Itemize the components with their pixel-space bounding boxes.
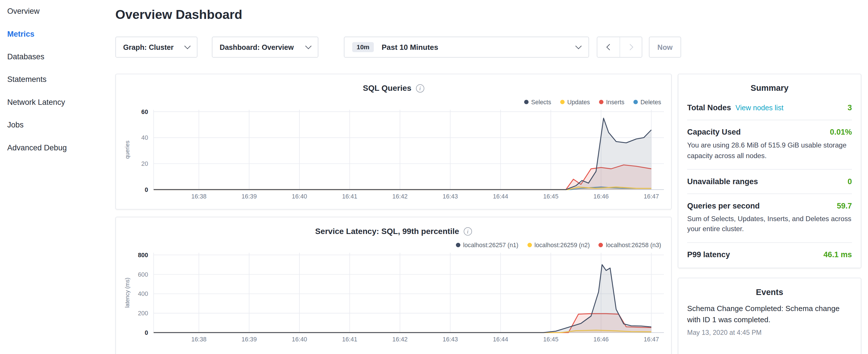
y-axis-label: latency (ms) — [124, 278, 130, 308]
y-axis-tick: 200 — [138, 310, 148, 317]
summary-card: Summary Total Nodes View nodes list 3 Ca… — [678, 74, 861, 268]
total-nodes-label: Total Nodes — [687, 103, 731, 112]
sidebar: Overview Metrics Databases Statements Ne… — [0, 0, 105, 354]
total-nodes-value: 3 — [848, 103, 852, 112]
y-axis-tick: 400 — [138, 290, 148, 297]
time-range-selector[interactable]: 10m Past 10 Minutes — [344, 37, 589, 58]
chart-legend: SelectsUpdatesInsertsDeletes — [524, 99, 661, 105]
controls-bar: Graph: Cluster Dashboard: Overview 10m P… — [116, 37, 681, 58]
legend-item[interactable]: Deletes — [633, 99, 661, 105]
now-button[interactable]: Now — [649, 37, 681, 58]
chart-title-row: SQL Queries i — [116, 84, 671, 93]
chevron-right-icon — [627, 44, 633, 51]
unavailable-ranges-value: 0 — [848, 176, 852, 185]
x-axis-tick: 16:43 — [443, 193, 458, 200]
chart-title-row: Service Latency: SQL, 99th percentile i — [116, 227, 671, 236]
x-axis-tick: 16:46 — [593, 193, 609, 200]
sidebar-item-metrics[interactable]: Metrics — [0, 23, 105, 45]
chevron-left-icon — [606, 44, 612, 51]
next-range-button[interactable] — [620, 37, 642, 57]
x-axis-tick: 16:47 — [644, 336, 659, 343]
sidebar-item-overview[interactable]: Overview — [0, 0, 105, 23]
chart-card-service-latency: Service Latency: SQL, 99th percentile i … — [116, 217, 672, 354]
x-axis-tick: 16:42 — [392, 336, 407, 343]
info-icon[interactable]: i — [464, 227, 472, 235]
y-axis-tick: 0 — [145, 187, 148, 193]
y-axis-tick: 20 — [141, 160, 148, 167]
sidebar-item-databases[interactable]: Databases — [0, 45, 105, 68]
legend-item[interactable]: Updates — [560, 99, 590, 105]
chart-title: SQL Queries — [363, 84, 411, 93]
dashboard-dropdown[interactable]: Dashboard: Overview — [212, 37, 318, 58]
unavailable-ranges-label: Unavailable ranges — [687, 176, 758, 185]
chevron-down-icon — [305, 43, 311, 49]
chevron-down-icon — [184, 43, 191, 49]
event-time: May 13, 2020 at 4:45 PM — [687, 328, 852, 336]
x-axis-tick: 16:40 — [292, 336, 307, 343]
y-axis-tick: 0 — [145, 329, 148, 336]
x-axis-tick: 16:40 — [292, 193, 307, 200]
legend-dot-icon — [524, 100, 528, 104]
series-area — [154, 118, 651, 190]
graph-dropdown[interactable]: Graph: Cluster — [116, 37, 197, 58]
dashboard-dropdown-label: Dashboard: Overview — [219, 43, 294, 51]
x-axis-tick: 16:38 — [191, 336, 206, 343]
x-axis-tick: 16:41 — [342, 336, 358, 343]
legend-dot-icon — [456, 243, 460, 247]
legend-item[interactable]: localhost:26259 (n2) — [527, 242, 590, 248]
series-line — [154, 118, 651, 190]
y-axis-tick: 60 — [141, 108, 148, 116]
service-latency-chart[interactable]: 16:3816:3916:4016:4116:4216:4316:4416:45… — [116, 217, 672, 352]
info-icon[interactable]: i — [416, 84, 424, 92]
legend-item[interactable]: localhost:26258 (n3) — [599, 242, 661, 248]
x-axis-tick: 16:42 — [392, 193, 407, 200]
qps-label: Queries per second — [687, 201, 760, 210]
chart-legend: localhost:26257 (n1)localhost:26259 (n2)… — [456, 242, 661, 248]
capacity-value: 0.01% — [830, 127, 852, 136]
chart-card-sql-queries: SQL Queries i SelectsUpdatesInsertsDelet… — [116, 74, 672, 210]
sidebar-item-jobs[interactable]: Jobs — [0, 114, 105, 136]
legend-label: Deletes — [641, 99, 661, 105]
sidebar-item-advanced-debug[interactable]: Advanced Debug — [0, 136, 105, 159]
legend-dot-icon — [527, 243, 532, 247]
app-root: Overview Metrics Databases Statements Ne… — [0, 0, 868, 354]
legend-label: Selects — [531, 99, 551, 105]
legend-label: localhost:26259 (n2) — [534, 242, 590, 248]
sidebar-item-network-latency[interactable]: Network Latency — [0, 91, 105, 114]
x-axis-tick: 16:46 — [593, 336, 609, 343]
chart-title: Service Latency: SQL, 99th percentile — [315, 227, 459, 236]
legend-label: Updates — [567, 99, 590, 105]
view-nodes-link[interactable]: View nodes list — [736, 104, 783, 112]
sidebar-item-statements[interactable]: Statements — [0, 68, 105, 91]
summary-title: Summary — [687, 74, 852, 96]
legend-item[interactable]: localhost:26257 (n1) — [456, 242, 518, 248]
event-item[interactable]: Schema Change Completed: Schema change w… — [687, 303, 852, 336]
p99-latency-label: P99 latency — [687, 250, 730, 259]
y-axis-tick: 600 — [138, 271, 148, 278]
x-axis-tick: 16:47 — [644, 193, 659, 200]
legend-label: localhost:26257 (n1) — [463, 242, 518, 248]
x-axis-tick: 16:44 — [493, 193, 508, 200]
summary-row-p99-latency: P99 latency 46.1 ms — [687, 243, 852, 267]
time-pager — [597, 37, 643, 58]
x-axis-tick: 16:39 — [242, 193, 257, 200]
legend-item[interactable]: Inserts — [599, 99, 624, 105]
legend-label: localhost:26258 (n3) — [606, 242, 661, 248]
y-axis-label: queries — [124, 141, 130, 159]
event-text: Schema Change Completed: Schema change w… — [687, 303, 852, 326]
summary-row-qps: Queries per second 59.7 Sum of Selects, … — [687, 194, 852, 243]
sql-queries-chart[interactable]: 16:3816:3916:4016:4116:4216:4316:4416:45… — [116, 74, 672, 209]
charts-column: SQL Queries i SelectsUpdatesInsertsDelet… — [116, 74, 672, 354]
legend-item[interactable]: Selects — [524, 99, 551, 105]
capacity-label: Capacity Used — [687, 127, 741, 136]
x-axis-tick: 16:41 — [342, 193, 358, 200]
graph-dropdown-label: Graph: Cluster — [123, 43, 174, 51]
prev-range-button[interactable] — [597, 37, 620, 57]
chevron-down-icon — [576, 43, 582, 49]
time-range-label: Past 10 Minutes — [382, 43, 438, 51]
events-card: Events Schema Change Completed: Schema c… — [678, 278, 861, 354]
capacity-note: You are using 28.6 MiB of 515.9 GiB usab… — [687, 140, 852, 161]
summary-row-capacity: Capacity Used 0.01% You are using 28.6 M… — [687, 120, 852, 169]
p99-latency-value: 46.1 ms — [823, 250, 852, 259]
x-axis-tick: 16:43 — [443, 336, 458, 343]
